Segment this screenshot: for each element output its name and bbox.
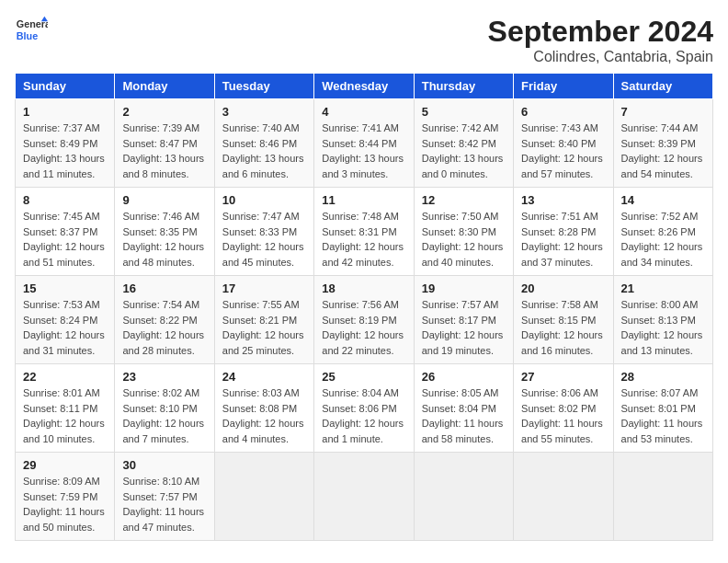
sunset-text: Sunset: 8:47 PM <box>122 138 197 149</box>
daylight-text: Daylight: 12 hours and 4 minutes. <box>222 418 304 444</box>
day-number: 10 <box>222 193 306 207</box>
calendar-cell <box>613 453 712 541</box>
calendar-cell: 14 Sunrise: 7:52 AM Sunset: 8:26 PM Dayl… <box>613 188 712 276</box>
sunrise-text: Sunrise: 7:41 AM <box>322 122 399 133</box>
calendar-cell: 24 Sunrise: 8:03 AM Sunset: 8:08 PM Dayl… <box>214 364 313 453</box>
daylight-text: Daylight: 11 hours and 47 minutes. <box>122 506 204 533</box>
day-info: Sunrise: 8:00 AM Sunset: 8:13 PM Dayligh… <box>621 297 705 358</box>
sunrise-text: Sunrise: 8:05 AM <box>422 387 499 398</box>
calendar-cell: 29 Sunrise: 8:09 AM Sunset: 7:59 PM Dayl… <box>16 453 115 541</box>
day-number: 4 <box>322 105 405 119</box>
day-info: Sunrise: 8:06 AM Sunset: 8:02 PM Dayligh… <box>521 385 605 446</box>
sunset-text: Sunset: 8:31 PM <box>322 226 396 237</box>
daylight-text: Daylight: 13 hours and 6 minutes. <box>222 153 304 179</box>
sunset-text: Sunset: 8:04 PM <box>422 403 496 414</box>
sunrise-text: Sunrise: 8:06 AM <box>521 387 598 398</box>
sunrise-text: Sunrise: 7:44 AM <box>621 122 699 133</box>
header-saturday: Saturday <box>613 74 712 99</box>
day-info: Sunrise: 7:37 AM Sunset: 8:49 PM Dayligh… <box>23 121 107 181</box>
sunset-text: Sunset: 8:19 PM <box>322 315 396 326</box>
sunset-text: Sunset: 8:22 PM <box>122 315 197 326</box>
daylight-text: Daylight: 12 hours and 7 minutes. <box>122 418 204 444</box>
sunset-text: Sunset: 8:39 PM <box>621 138 696 149</box>
sunrise-text: Sunrise: 7:48 AM <box>322 211 399 222</box>
calendar-cell <box>214 453 313 541</box>
sunrise-text: Sunrise: 7:46 AM <box>122 211 199 222</box>
sunrise-text: Sunrise: 8:00 AM <box>621 299 699 310</box>
day-info: Sunrise: 7:54 AM Sunset: 8:22 PM Dayligh… <box>122 297 206 358</box>
day-info: Sunrise: 7:41 AM Sunset: 8:44 PM Dayligh… <box>322 121 405 181</box>
header-friday: Friday <box>514 74 613 99</box>
sunrise-text: Sunrise: 8:02 AM <box>122 387 199 398</box>
calendar-cell: 7 Sunrise: 7:44 AM Sunset: 8:39 PM Dayli… <box>613 99 712 188</box>
daylight-text: Daylight: 13 hours and 3 minutes. <box>322 153 404 179</box>
sunrise-text: Sunrise: 8:07 AM <box>621 387 699 398</box>
day-info: Sunrise: 7:40 AM Sunset: 8:46 PM Dayligh… <box>222 121 306 181</box>
day-info: Sunrise: 8:02 AM Sunset: 8:10 PM Dayligh… <box>122 385 206 446</box>
daylight-text: Daylight: 12 hours and 48 minutes. <box>122 241 204 268</box>
sunrise-text: Sunrise: 7:56 AM <box>322 299 399 310</box>
daylight-text: Daylight: 12 hours and 34 minutes. <box>621 241 703 268</box>
sunrise-text: Sunrise: 8:04 AM <box>322 387 399 398</box>
daylight-text: Daylight: 12 hours and 19 minutes. <box>422 329 504 356</box>
calendar-cell: 30 Sunrise: 8:10 AM Sunset: 7:57 PM Dayl… <box>115 453 214 541</box>
calendar-body: 1 Sunrise: 7:37 AM Sunset: 8:49 PM Dayli… <box>16 99 713 541</box>
calendar-cell: 2 Sunrise: 7:39 AM Sunset: 8:47 PM Dayli… <box>115 99 214 188</box>
day-number: 27 <box>521 370 605 384</box>
header-tuesday: Tuesday <box>214 74 313 99</box>
day-number: 5 <box>422 105 506 119</box>
daylight-text: Daylight: 11 hours and 50 minutes. <box>23 506 105 533</box>
daylight-text: Daylight: 12 hours and 37 minutes. <box>521 241 603 268</box>
day-number: 20 <box>521 282 605 295</box>
day-info: Sunrise: 8:03 AM Sunset: 8:08 PM Dayligh… <box>222 385 306 446</box>
calendar-week-row: 1 Sunrise: 7:37 AM Sunset: 8:49 PM Dayli… <box>16 99 713 188</box>
calendar-week-row: 29 Sunrise: 8:09 AM Sunset: 7:59 PM Dayl… <box>16 453 713 541</box>
sunrise-text: Sunrise: 7:57 AM <box>422 299 499 310</box>
daylight-text: Daylight: 12 hours and 13 minutes. <box>621 329 703 356</box>
day-info: Sunrise: 8:04 AM Sunset: 8:06 PM Dayligh… <box>322 385 405 446</box>
calendar-cell: 9 Sunrise: 7:46 AM Sunset: 8:35 PM Dayli… <box>115 188 214 276</box>
logo: General Blue <box>15 15 48 48</box>
calendar-week-row: 8 Sunrise: 7:45 AM Sunset: 8:37 PM Dayli… <box>16 188 713 276</box>
day-info: Sunrise: 7:56 AM Sunset: 8:19 PM Dayligh… <box>322 297 405 358</box>
sunset-text: Sunset: 8:08 PM <box>222 403 297 414</box>
daylight-text: Daylight: 12 hours and 25 minutes. <box>222 329 304 356</box>
day-number: 9 <box>122 193 206 207</box>
sunrise-text: Sunrise: 7:37 AM <box>23 122 100 133</box>
day-number: 14 <box>621 193 705 207</box>
svg-text:Blue: Blue <box>17 30 38 41</box>
calendar-cell: 5 Sunrise: 7:42 AM Sunset: 8:42 PM Dayli… <box>414 99 513 188</box>
day-number: 7 <box>621 105 705 119</box>
sunrise-text: Sunrise: 7:52 AM <box>621 211 699 222</box>
day-info: Sunrise: 7:51 AM Sunset: 8:28 PM Dayligh… <box>521 209 605 270</box>
sunrise-text: Sunrise: 7:55 AM <box>222 299 300 310</box>
sunrise-text: Sunrise: 7:51 AM <box>521 211 598 222</box>
sunrise-text: Sunrise: 8:10 AM <box>122 476 199 487</box>
day-number: 18 <box>322 282 405 295</box>
day-info: Sunrise: 7:45 AM Sunset: 8:37 PM Dayligh… <box>23 209 107 270</box>
calendar-cell: 3 Sunrise: 7:40 AM Sunset: 8:46 PM Dayli… <box>214 99 313 188</box>
sunrise-text: Sunrise: 7:47 AM <box>222 211 300 222</box>
day-info: Sunrise: 7:57 AM Sunset: 8:17 PM Dayligh… <box>422 297 506 358</box>
calendar-cell <box>514 453 613 541</box>
page-header: General Blue September 2024 Colindres, C… <box>15 15 713 65</box>
day-info: Sunrise: 7:44 AM Sunset: 8:39 PM Dayligh… <box>621 121 705 181</box>
sunset-text: Sunset: 8:35 PM <box>122 226 197 237</box>
sunset-text: Sunset: 8:15 PM <box>521 315 596 326</box>
day-number: 23 <box>122 370 206 384</box>
daylight-text: Daylight: 12 hours and 42 minutes. <box>322 241 404 268</box>
day-number: 29 <box>23 458 107 472</box>
header-monday: Monday <box>115 74 214 99</box>
sunset-text: Sunset: 8:13 PM <box>621 315 696 326</box>
calendar-cell: 15 Sunrise: 7:53 AM Sunset: 8:24 PM Dayl… <box>16 276 115 364</box>
calendar-week-row: 22 Sunrise: 8:01 AM Sunset: 8:11 PM Dayl… <box>16 364 713 453</box>
calendar-cell: 21 Sunrise: 8:00 AM Sunset: 8:13 PM Dayl… <box>613 276 712 364</box>
daylight-text: Daylight: 11 hours and 58 minutes. <box>422 418 504 444</box>
sunset-text: Sunset: 8:44 PM <box>322 138 396 149</box>
sunset-text: Sunset: 8:49 PM <box>23 138 97 149</box>
calendar-cell: 25 Sunrise: 8:04 AM Sunset: 8:06 PM Dayl… <box>314 364 414 453</box>
day-number: 11 <box>322 193 405 207</box>
daylight-text: Daylight: 13 hours and 8 minutes. <box>122 153 204 179</box>
calendar-cell: 10 Sunrise: 7:47 AM Sunset: 8:33 PM Dayl… <box>214 188 313 276</box>
daylight-text: Daylight: 12 hours and 1 minute. <box>322 418 404 444</box>
